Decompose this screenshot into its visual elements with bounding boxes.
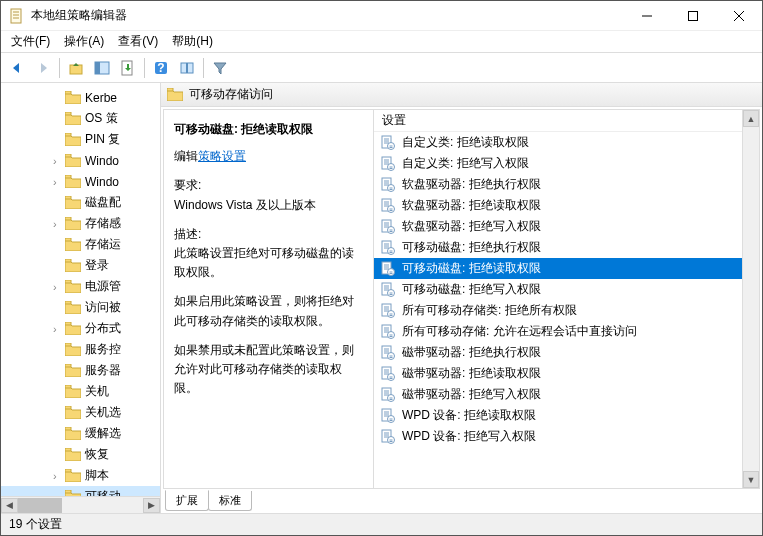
- tree-node[interactable]: 分布式: [1, 318, 160, 339]
- policy-item[interactable]: 软盘驱动器: 拒绝读取权限: [374, 195, 742, 216]
- tree-hscrollbar[interactable]: ◀ ▶: [1, 496, 160, 513]
- help-button[interactable]: ?: [149, 56, 173, 80]
- description-p2: 如果启用此策略设置，则将拒绝对此可移动存储类的读取权限。: [174, 292, 363, 330]
- menu-action[interactable]: 操作(A): [58, 31, 110, 52]
- edit-label: 编辑: [174, 149, 198, 163]
- tree-node[interactable]: 缓解选: [1, 423, 160, 444]
- back-button[interactable]: [5, 56, 29, 80]
- tree-node[interactable]: 存储感: [1, 213, 160, 234]
- tree-node[interactable]: 服务控: [1, 339, 160, 360]
- view-tabs: 扩展 标准: [161, 491, 762, 513]
- menu-view[interactable]: 查看(V): [112, 31, 164, 52]
- column-header[interactable]: 设置: [374, 110, 742, 132]
- tab-extended[interactable]: 扩展: [165, 490, 209, 511]
- policy-label: 自定义类: 拒绝写入权限: [402, 155, 529, 172]
- options-button[interactable]: [175, 56, 199, 80]
- svg-rect-23: [65, 238, 71, 241]
- policy-label: 所有可移动存储类: 拒绝所有权限: [402, 302, 577, 319]
- tree-node[interactable]: 关机: [1, 381, 160, 402]
- content-header: 可移动存储访问: [161, 83, 762, 107]
- policy-item[interactable]: 磁带驱动器: 拒绝执行权限: [374, 342, 742, 363]
- svg-rect-33: [65, 448, 71, 451]
- svg-rect-5: [689, 11, 698, 20]
- export-list-button[interactable]: [116, 56, 140, 80]
- maximize-button[interactable]: [670, 1, 716, 31]
- tree-node[interactable]: 服务器: [1, 360, 160, 381]
- svg-rect-27: [65, 322, 71, 325]
- policy-icon: [380, 177, 396, 193]
- policy-label: 软盘驱动器: 拒绝执行权限: [402, 176, 541, 193]
- policy-icon: [380, 408, 396, 424]
- toolbar-separator: [203, 58, 204, 78]
- toolbar: ?: [1, 53, 762, 83]
- policy-item[interactable]: 自定义类: 拒绝写入权限: [374, 153, 742, 174]
- filter-button[interactable]: [208, 56, 232, 80]
- tree-node-label: 恢复: [85, 446, 109, 463]
- tree-node-label: 关机选: [85, 404, 121, 421]
- scroll-thumb[interactable]: [18, 498, 62, 513]
- svg-rect-36: [167, 88, 173, 91]
- statusbar: 19 个设置: [1, 513, 762, 535]
- policy-item[interactable]: 所有可移动存储: 允许在远程会话中直接访问: [374, 321, 742, 342]
- tree-node[interactable]: 电源管: [1, 276, 160, 297]
- show-hide-tree-button[interactable]: [90, 56, 114, 80]
- tree-node[interactable]: 登录: [1, 255, 160, 276]
- policy-item[interactable]: WPD 设备: 拒绝写入权限: [374, 426, 742, 447]
- tree-node[interactable]: 恢复: [1, 444, 160, 465]
- up-button[interactable]: [64, 56, 88, 80]
- policy-icon: [380, 219, 396, 235]
- tree-node[interactable]: 关机选: [1, 402, 160, 423]
- tree-node-label: 存储感: [85, 215, 121, 232]
- tab-standard[interactable]: 标准: [208, 491, 252, 511]
- policy-label: 可移动磁盘: 拒绝执行权限: [402, 239, 541, 256]
- status-text: 19 个设置: [9, 516, 62, 533]
- policy-label: 磁带驱动器: 拒绝写入权限: [402, 386, 541, 403]
- policy-item[interactable]: 可移动磁盘: 拒绝写入权限: [374, 279, 742, 300]
- selected-policy-title: 可移动磁盘: 拒绝读取权限: [174, 120, 363, 139]
- tree-node[interactable]: PIN 复: [1, 129, 160, 150]
- tree-node[interactable]: 磁盘配: [1, 192, 160, 213]
- tree-node-label: 电源管: [85, 278, 121, 295]
- svg-rect-31: [65, 406, 71, 409]
- tree-node-label: PIN 复: [85, 131, 120, 148]
- scroll-left-button[interactable]: ◀: [1, 498, 18, 513]
- tree-node[interactable]: OS 策: [1, 108, 160, 129]
- tree-node[interactable]: 访问被: [1, 297, 160, 318]
- tree-node[interactable]: 脚本: [1, 465, 160, 486]
- policy-item[interactable]: 可移动磁盘: 拒绝执行权限: [374, 237, 742, 258]
- policy-icon: [380, 261, 396, 277]
- tree-node[interactable]: 可移动: [1, 486, 160, 496]
- tree-node[interactable]: Kerbe: [1, 87, 160, 108]
- scroll-up-button[interactable]: ▲: [743, 110, 759, 127]
- tree-node[interactable]: 存储运: [1, 234, 160, 255]
- list-vscrollbar[interactable]: ▲ ▼: [742, 110, 759, 488]
- policy-item[interactable]: 软盘驱动器: 拒绝写入权限: [374, 216, 742, 237]
- policy-label: WPD 设备: 拒绝读取权限: [402, 407, 536, 424]
- policy-item[interactable]: 软盘驱动器: 拒绝执行权限: [374, 174, 742, 195]
- menu-file[interactable]: 文件(F): [5, 31, 56, 52]
- policy-item[interactable]: WPD 设备: 拒绝读取权限: [374, 405, 742, 426]
- tree-node-label: 访问被: [85, 299, 121, 316]
- menu-help[interactable]: 帮助(H): [166, 31, 219, 52]
- policy-item[interactable]: 磁带驱动器: 拒绝读取权限: [374, 363, 742, 384]
- close-button[interactable]: [716, 1, 762, 31]
- policy-item[interactable]: 磁带驱动器: 拒绝写入权限: [374, 384, 742, 405]
- policy-item[interactable]: 所有可移动存储类: 拒绝所有权限: [374, 300, 742, 321]
- minimize-button[interactable]: [624, 1, 670, 31]
- scroll-right-button[interactable]: ▶: [143, 498, 160, 513]
- description-body: 此策略设置拒绝对可移动磁盘的读取权限。: [174, 246, 354, 279]
- policy-icon: [380, 198, 396, 214]
- policy-item[interactable]: 自定义类: 拒绝读取权限: [374, 132, 742, 153]
- scroll-down-button[interactable]: ▼: [743, 471, 759, 488]
- svg-rect-20: [65, 175, 71, 178]
- svg-rect-17: [65, 112, 71, 115]
- tree-node[interactable]: Windo: [1, 171, 160, 192]
- svg-rect-16: [65, 91, 71, 94]
- edit-policy-link[interactable]: 策略设置: [198, 149, 246, 163]
- folder-icon: [167, 88, 183, 101]
- forward-button[interactable]: [31, 56, 55, 80]
- policy-item[interactable]: 可移动磁盘: 拒绝读取权限: [374, 258, 742, 279]
- policy-label: 所有可移动存储: 允许在远程会话中直接访问: [402, 323, 637, 340]
- policy-icon: [380, 282, 396, 298]
- tree-node[interactable]: Windo: [1, 150, 160, 171]
